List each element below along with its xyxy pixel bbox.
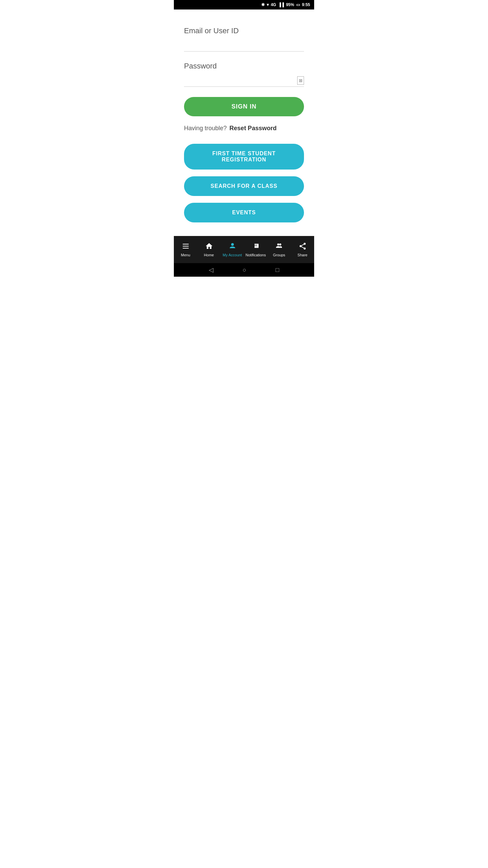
- events-button[interactable]: EVENTS: [184, 203, 304, 222]
- svg-line-10: [301, 244, 304, 246]
- password-label: Password: [184, 62, 304, 71]
- svg-line-9: [301, 247, 304, 248]
- share-icon: [299, 242, 307, 252]
- nav-item-share[interactable]: Share: [291, 236, 314, 263]
- nav-item-my-account[interactable]: My Account: [221, 236, 244, 263]
- share-label: Share: [298, 253, 307, 257]
- bluetooth-icon: ✱: [261, 2, 265, 7]
- nav-item-home[interactable]: Home: [197, 236, 221, 263]
- android-home-button[interactable]: ○: [243, 267, 246, 274]
- my-account-label: My Account: [223, 253, 242, 257]
- status-bar: ✱ ▾ 4G ▐▐ 95% ▭ 9:55: [174, 0, 314, 9]
- svg-point-7: [300, 245, 302, 247]
- email-field-group: Email or User ID: [184, 26, 304, 52]
- svg-point-6: [304, 243, 306, 245]
- svg-rect-1: [183, 246, 189, 246]
- network-indicator: 4G: [271, 2, 276, 7]
- battery-icon: ▭: [296, 2, 300, 7]
- groups-label: Groups: [273, 253, 285, 257]
- sign-in-button[interactable]: SIGN IN: [184, 97, 304, 116]
- trouble-section: Having trouble? Reset Password: [184, 125, 304, 132]
- first-time-registration-button[interactable]: FIRST TIME STUDENT REGISTRATION: [184, 144, 304, 170]
- android-navigation-bar: ◁ ○ □: [174, 263, 314, 277]
- signal-icon: ▐▐: [278, 2, 284, 7]
- android-back-button[interactable]: ◁: [209, 266, 214, 274]
- menu-icon: [182, 242, 190, 252]
- reset-password-link[interactable]: Reset Password: [229, 125, 277, 132]
- svg-point-8: [304, 248, 306, 250]
- home-icon: [205, 242, 213, 252]
- svg-point-5: [279, 243, 281, 245]
- login-form-container: Email or User ID Password ⊠ SIGN IN Havi…: [174, 9, 314, 236]
- home-label: Home: [204, 253, 214, 257]
- nav-item-notifications[interactable]: Notifications: [244, 236, 267, 263]
- svg-rect-0: [183, 244, 189, 244]
- notifications-label: Notifications: [246, 253, 266, 257]
- android-recent-button[interactable]: □: [276, 267, 279, 274]
- bottom-navigation: Menu Home My Account Notifications: [174, 236, 314, 263]
- battery-level: 95%: [286, 2, 294, 7]
- svg-point-4: [277, 243, 279, 245]
- email-label: Email or User ID: [184, 26, 304, 35]
- email-input[interactable]: [184, 39, 304, 52]
- menu-label: Menu: [181, 253, 190, 257]
- password-wrapper: ⊠: [184, 74, 304, 87]
- notifications-icon: [252, 242, 260, 252]
- password-input[interactable]: [184, 74, 304, 87]
- svg-point-3: [231, 243, 234, 246]
- nav-item-menu[interactable]: Menu: [174, 236, 197, 263]
- trouble-text: Having trouble?: [184, 125, 227, 132]
- password-toggle-icon[interactable]: ⊠: [297, 76, 304, 85]
- nav-item-groups[interactable]: Groups: [267, 236, 291, 263]
- time-display: 9:55: [302, 2, 310, 7]
- my-account-icon: [228, 242, 237, 252]
- svg-rect-2: [183, 248, 189, 249]
- wifi-icon: ▾: [267, 2, 269, 7]
- password-field-group: Password ⊠: [184, 62, 304, 87]
- search-for-class-button[interactable]: SEARCH FOR A CLASS: [184, 176, 304, 196]
- groups-icon: [275, 242, 283, 252]
